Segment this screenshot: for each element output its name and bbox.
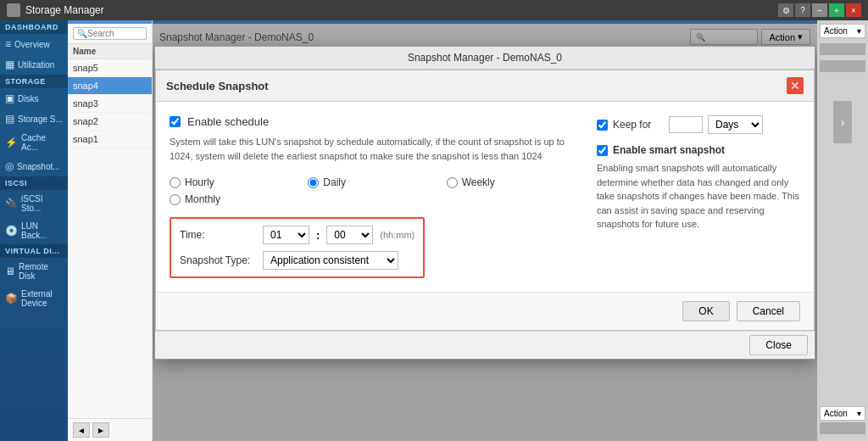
virtual-section-label: VIRTUAL DI... xyxy=(0,244,68,258)
time-hour-select[interactable]: 01 xyxy=(263,226,309,244)
iscsi-section-label: iSCSI xyxy=(0,176,68,190)
main-content-area: Snapshot Manager - DemoNAS_0 🔍 Action ▾ xyxy=(153,20,817,441)
sidebar-item-utilization[interactable]: ▦ Utilization xyxy=(0,54,68,75)
keep-for-value-input[interactable]: 7 xyxy=(669,116,703,133)
close-modal-button[interactable]: Close xyxy=(749,335,808,355)
sidebar-item-iscsi-sto[interactable]: 🔌 iSCSI Sto... xyxy=(0,190,68,217)
enable-schedule-checkbox[interactable] xyxy=(170,116,181,127)
smart-snapshot-description: Enabling smart snapshots will automatica… xyxy=(597,161,800,232)
snapshot-manager-modal: Snapshot Manager - DemoNAS_0 Schedule Sn… xyxy=(154,46,815,360)
cache-icon: ⚡ xyxy=(5,137,18,148)
app-title: Storage Manager xyxy=(25,4,104,16)
monthly-label: Monthly xyxy=(185,193,220,205)
schedule-dialog-title: Schedule Snapshot xyxy=(166,80,269,92)
sidebar-item-label: Disks xyxy=(18,94,38,103)
action-sidebar-label: Action xyxy=(824,26,848,36)
radio-option-monthly[interactable]: Monthly xyxy=(170,193,303,205)
action-sidebar-label-2: Action xyxy=(824,409,848,418)
ok-button[interactable]: OK xyxy=(682,301,729,321)
app-icon xyxy=(7,3,20,17)
next-page-button[interactable]: ► xyxy=(92,422,109,438)
snap-search-toolbar: 🔍 xyxy=(68,24,152,44)
help-button[interactable]: ? xyxy=(795,3,810,17)
nav-sidebar: DASHBOARD ≡ Overview ▦ Utilization STORA… xyxy=(0,20,68,441)
cancel-button[interactable]: Cancel xyxy=(737,301,800,321)
settings-button[interactable]: ⚙ xyxy=(778,3,793,17)
sidebar-item-snapshots[interactable]: ◎ Snapshot... xyxy=(0,156,68,176)
keep-for-label: Keep for xyxy=(613,119,664,131)
lun-icon: 💿 xyxy=(5,225,18,237)
search-box[interactable]: 🔍 xyxy=(73,27,147,40)
expand-panel-button[interactable]: › xyxy=(833,101,852,143)
snapshot-type-select[interactable]: Application consistent xyxy=(263,251,398,270)
sidebar-item-label: Utilization xyxy=(18,60,54,70)
daily-label: Daily xyxy=(323,176,346,188)
list-item[interactable]: snap5 xyxy=(68,59,152,77)
time-format-hint: (hh:mm) xyxy=(380,230,415,240)
maximize-button[interactable]: + xyxy=(829,3,844,17)
radio-option-weekly[interactable]: Weekly xyxy=(447,176,580,188)
action-sidebar: Action ▾ › Action ▾ xyxy=(817,20,868,441)
snapshot-column-name: Name xyxy=(68,44,152,59)
enable-schedule-label: Enable schedule xyxy=(187,115,269,128)
sidebar-item-label: Storage S... xyxy=(18,114,63,124)
time-type-section: Time: 01 : 00 (hh:mm) xyxy=(170,217,425,278)
radio-option-daily[interactable]: Daily xyxy=(308,176,441,188)
modal-backdrop: Snapshot Manager - DemoNAS_0 Schedule Sn… xyxy=(153,20,817,441)
schedule-description: System will take this LUN's snapshot by … xyxy=(170,135,580,163)
sidebar-item-cache[interactable]: ⚡ Cache Ac... xyxy=(0,129,68,156)
smart-snapshot-title: Enable smart snapshot xyxy=(613,144,725,156)
time-field-label: Time: xyxy=(180,229,256,241)
smart-snapshot-section: Enable smart snapshot Enabling smart sna… xyxy=(597,144,800,232)
keep-for-unit-select[interactable]: Days xyxy=(708,115,763,134)
prev-page-button[interactable]: ◄ xyxy=(73,422,90,438)
sidebar-item-lun-back[interactable]: 💿 LUN Back... xyxy=(0,217,68,244)
schedule-right-panel: Keep for 7 Days Enable smart s xyxy=(597,115,800,278)
schedule-dialog-titlebar: Schedule Snapshot ✕ xyxy=(156,70,814,102)
weekly-label: Weekly xyxy=(462,176,495,188)
smart-snapshot-checkbox[interactable] xyxy=(597,145,608,156)
app-title-bar: Storage Manager ⚙ ? − + × xyxy=(0,0,868,20)
sidebar-item-label: Snapshot... xyxy=(17,162,60,171)
schedule-left-panel: Enable schedule System will take this LU… xyxy=(170,115,580,278)
snapshot-list-panel: 🔍 Name snap5 snap4 snap3 snap2 snap1 ◄ ► xyxy=(68,20,153,441)
schedule-dialog-close-button[interactable]: ✕ xyxy=(787,77,804,94)
daily-radio[interactable] xyxy=(308,177,319,188)
utilization-icon: ▦ xyxy=(5,59,14,70)
list-item[interactable]: snap1 xyxy=(68,131,152,148)
list-item[interactable]: snap3 xyxy=(68,95,152,113)
snapshot-icon: ◎ xyxy=(5,160,14,172)
sidebar-item-overview[interactable]: ≡ Overview xyxy=(0,34,68,54)
overview-icon: ≡ xyxy=(5,38,11,50)
monthly-radio[interactable] xyxy=(170,194,181,205)
remote-disk-icon: 🖥 xyxy=(5,265,15,277)
disks-icon: ▣ xyxy=(5,92,14,104)
minimize-button[interactable]: − xyxy=(812,3,827,17)
sidebar-item-label: LUN Back... xyxy=(21,221,63,240)
search-icon: 🔍 xyxy=(77,29,87,38)
list-item[interactable]: snap2 xyxy=(68,113,152,131)
time-minute-select[interactable]: 00 xyxy=(326,226,373,244)
sidebar-item-label: Overview xyxy=(14,40,50,49)
keep-for-checkbox[interactable] xyxy=(597,120,608,131)
close-window-button[interactable]: × xyxy=(846,3,861,17)
sidebar-item-disks[interactable]: ▣ Disks xyxy=(0,88,68,109)
sidebar-item-external[interactable]: 📦 External Device xyxy=(0,285,68,312)
radio-option-hourly[interactable]: Hourly xyxy=(170,176,303,188)
external-icon: 📦 xyxy=(5,293,18,304)
schedule-snapshot-dialog: Schedule Snapshot ✕ Enable schedule Syst… xyxy=(155,70,815,331)
search-input[interactable] xyxy=(87,29,142,38)
keep-for-row: Keep for 7 Days xyxy=(597,115,800,134)
weekly-radio[interactable] xyxy=(447,177,458,188)
sidebar-item-label: Remote Disk xyxy=(19,262,63,281)
list-item[interactable]: snap4 xyxy=(68,77,152,95)
sidebar-item-storage-s[interactable]: ▤ Storage S... xyxy=(0,109,68,129)
hourly-radio[interactable] xyxy=(170,177,181,188)
storage-section-label: STORAGE xyxy=(0,75,68,88)
sidebar-item-remote-disk[interactable]: 🖥 Remote Disk xyxy=(0,258,68,285)
frequency-options: Hourly Daily Weekly xyxy=(170,176,580,205)
sidebar-item-label: External Device xyxy=(21,289,63,308)
action-chevron-icon: ▾ xyxy=(857,26,861,36)
snapshot-type-label: Snapshot Type: xyxy=(180,254,256,266)
dashboard-section-label: DASHBOARD xyxy=(0,20,68,34)
